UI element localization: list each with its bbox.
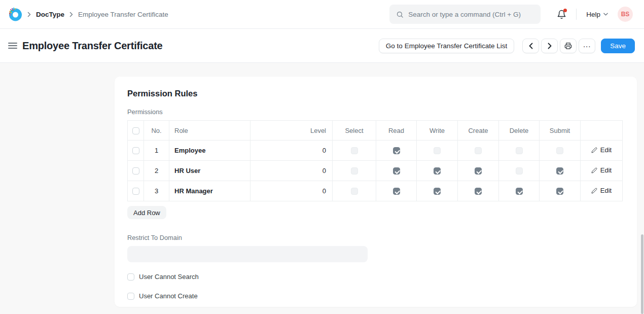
column-header-create: Create — [458, 121, 499, 141]
breadcrumb-separator-icon — [69, 12, 73, 17]
edit-row-button[interactable]: Edit — [591, 166, 612, 174]
printer-icon — [564, 42, 572, 50]
add-row-button[interactable]: Add Row — [127, 206, 166, 219]
page-title: Employee Transfer Certificate — [22, 40, 163, 52]
create-checkbox[interactable] — [475, 167, 482, 175]
permissions-table: No. Role Level Select Read Write Create … — [127, 120, 623, 201]
column-header-read: Read — [376, 121, 417, 141]
column-header-select: Select — [333, 121, 376, 141]
read-checkbox[interactable] — [393, 188, 400, 195]
table-row: 1 Employee 0 Edit — [128, 141, 623, 161]
page-header: Employee Transfer Certificate Go to Empl… — [0, 29, 644, 63]
column-header-submit: Submit — [540, 121, 581, 141]
select-all-checkbox[interactable] — [132, 127, 139, 134]
level-cell[interactable]: 0 — [251, 161, 333, 181]
pencil-icon — [591, 147, 597, 153]
breadcrumb-separator-icon — [27, 12, 31, 17]
permissions-table-label: Permissions — [127, 108, 624, 116]
row-number: 2 — [144, 161, 169, 181]
avatar-initials: BS — [621, 11, 630, 18]
submit-checkbox[interactable] — [556, 167, 563, 175]
write-checkbox[interactable] — [434, 147, 441, 154]
role-cell[interactable]: HR Manager — [169, 181, 251, 201]
column-header-delete: Delete — [499, 121, 540, 141]
column-header-actions — [581, 121, 623, 141]
search-input[interactable] — [408, 11, 534, 18]
role-cell[interactable]: HR User — [169, 161, 251, 181]
write-checkbox[interactable] — [434, 188, 441, 195]
delete-checkbox[interactable] — [516, 188, 523, 195]
page-scrollbar[interactable] — [641, 234, 643, 314]
save-button[interactable]: Save — [601, 39, 635, 53]
restrict-to-domain-input[interactable] — [127, 246, 368, 262]
column-header-level: Level — [251, 121, 333, 141]
create-checkbox[interactable] — [475, 147, 482, 154]
read-checkbox[interactable] — [393, 167, 400, 175]
notifications-button[interactable] — [557, 10, 566, 19]
row-checkbox[interactable] — [132, 147, 139, 154]
column-header-no: No. — [144, 121, 169, 141]
next-document-button[interactable] — [541, 39, 558, 53]
column-header-write: Write — [417, 121, 458, 141]
level-cell[interactable]: 0 — [251, 141, 333, 161]
user-cannot-create-checkbox[interactable] — [127, 293, 134, 300]
user-cannot-create-row: User Cannot Create — [127, 292, 624, 300]
help-menu[interactable]: Help — [586, 11, 608, 18]
select-checkbox[interactable] — [351, 188, 358, 195]
breadcrumb-doctype[interactable]: DocType — [36, 11, 64, 18]
table-row: 3 HR Manager 0 Edit — [128, 181, 623, 201]
user-cannot-search-label[interactable]: User Cannot Search — [139, 273, 199, 281]
navbar-divider — [576, 9, 577, 20]
page-actions: Go to Employee Transfer Certificate List… — [379, 39, 635, 53]
previous-document-button[interactable] — [522, 39, 539, 53]
hamburger-icon — [8, 43, 17, 44]
edit-row-button[interactable]: Edit — [591, 146, 612, 154]
app-logo-icon[interactable] — [8, 7, 22, 21]
top-navbar: DocType Employee Transfer Certificate He… — [0, 0, 644, 29]
sidebar-toggle-button[interactable] — [8, 41, 17, 51]
row-number: 1 — [144, 141, 169, 161]
global-search[interactable] — [389, 5, 541, 24]
delete-checkbox[interactable] — [516, 147, 523, 154]
submit-checkbox[interactable] — [556, 147, 563, 154]
table-row: 2 HR User 0 Edit — [128, 161, 623, 181]
select-checkbox[interactable] — [351, 167, 358, 175]
notification-dot — [563, 9, 567, 12]
main-content: Permission Rules Permissions No. Role Le… — [0, 77, 644, 314]
section-title: Permission Rules — [127, 89, 624, 98]
edit-row-button[interactable]: Edit — [591, 187, 612, 194]
level-cell[interactable]: 0 — [251, 181, 333, 201]
help-menu-label: Help — [586, 11, 600, 18]
column-header-role: Role — [169, 121, 251, 141]
create-checkbox[interactable] — [475, 188, 482, 195]
submit-checkbox[interactable] — [556, 188, 563, 195]
user-cannot-search-row: User Cannot Search — [127, 273, 624, 281]
pencil-icon — [591, 167, 597, 173]
search-icon — [396, 11, 404, 18]
table-header-row: No. Role Level Select Read Write Create … — [128, 121, 623, 141]
user-cannot-search-checkbox[interactable] — [127, 273, 134, 281]
ellipsis-icon: ... — [583, 41, 591, 51]
go-to-list-button[interactable]: Go to Employee Transfer Certificate List — [379, 39, 514, 53]
row-checkbox[interactable] — [132, 188, 139, 195]
select-checkbox[interactable] — [351, 147, 358, 154]
chevron-right-icon — [548, 43, 552, 49]
user-avatar[interactable]: BS — [618, 7, 633, 22]
role-cell[interactable]: Employee — [169, 141, 251, 161]
pencil-icon — [591, 188, 597, 194]
permission-rules-card: Permission Rules Permissions No. Role Le… — [115, 77, 637, 307]
breadcrumb-current-page[interactable]: Employee Transfer Certificate — [78, 11, 168, 18]
user-cannot-create-label[interactable]: User Cannot Create — [139, 292, 198, 300]
delete-checkbox[interactable] — [516, 167, 523, 175]
read-checkbox[interactable] — [393, 147, 400, 154]
print-button[interactable] — [560, 39, 577, 53]
more-options-button[interactable]: ... — [579, 39, 595, 53]
restrict-to-domain-label: Restrict To Domain — [127, 234, 624, 241]
row-number: 3 — [144, 181, 169, 201]
chevron-down-icon — [603, 13, 608, 16]
chevron-left-icon — [529, 43, 533, 49]
row-checkbox[interactable] — [132, 167, 139, 175]
write-checkbox[interactable] — [434, 167, 441, 175]
